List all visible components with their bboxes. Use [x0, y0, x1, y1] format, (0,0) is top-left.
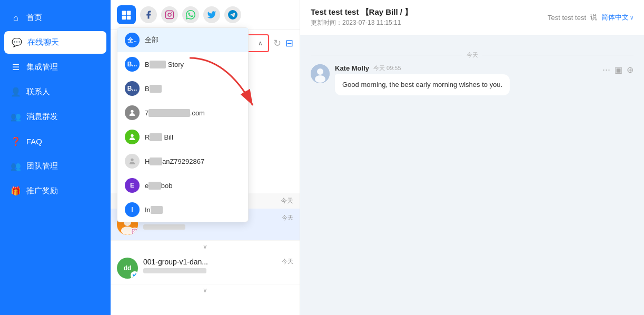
- chat-header-right: Test test test 说 简体中文 ∨: [548, 13, 633, 22]
- message-actions: ··· ▣ ⊕: [602, 64, 633, 75]
- sidebar-item-home[interactable]: ⌂ 首页: [0, 5, 111, 30]
- chat-header-title: Test test test 【Ray Bill / 】: [311, 7, 412, 17]
- contacts-icon: 👤: [11, 87, 21, 97]
- chat-time: 今天: [282, 214, 293, 222]
- dropdown-avatar: B...: [125, 57, 140, 72]
- sidebar-item-label: 消息群发: [26, 112, 58, 122]
- chat-preview: [143, 268, 206, 273]
- svg-rect-1: [127, 11, 131, 15]
- dropdown-item-label: B■■■■ Story: [145, 61, 184, 68]
- chat-expand-1[interactable]: ∨: [111, 241, 300, 252]
- svg-point-5: [168, 13, 171, 16]
- middle-panel: 全部 ∧ ↻ ⊟ 全.. 全部 B... B■■■■ Story B... B■…: [111, 0, 300, 315]
- right-panel: Test test test 【Ray Bill / 】 更新时间：2023-0…: [300, 0, 644, 315]
- svg-point-7: [131, 110, 133, 113]
- sidebar-item-label: 团队管理: [26, 161, 58, 171]
- divider-text: 今天: [467, 51, 478, 59]
- sidebar-item-team[interactable]: 👥 团队管理: [0, 154, 111, 179]
- instagram-badge: [131, 228, 138, 235]
- sidebar: ⌂ 首页 💬 在线聊天 ☰ 集成管理 👤 联系人 👥 消息群发 ❓ FAQ 👥 …: [0, 0, 111, 315]
- dropdown-item-b-story[interactable]: B... B■■■■ Story: [117, 52, 248, 76]
- filter-icon[interactable]: ⊟: [285, 37, 293, 49]
- platform-tab-whatsapp[interactable]: [182, 6, 199, 23]
- integration-icon: ☰: [11, 62, 21, 72]
- platform-tab-instagram[interactable]: [161, 6, 178, 23]
- more-icon[interactable]: ···: [602, 64, 610, 75]
- svg-rect-2: [122, 16, 126, 19]
- refresh-icon[interactable]: ↻: [273, 37, 281, 49]
- platform-tab-telegram[interactable]: [224, 6, 241, 23]
- chevron-down-icon: ∧: [258, 40, 263, 47]
- dropdown-item-email[interactable]: 7■■■■■■■■■■.com: [117, 101, 248, 125]
- language-value: 简体中文: [601, 13, 629, 22]
- dropdown-item-all[interactable]: 全.. 全部: [117, 28, 248, 52]
- twitter-badge: [131, 271, 138, 279]
- chat-header-info: Test test test 【Ray Bill / 】 更新时间：2023-0…: [311, 7, 412, 27]
- dropdown-item-i[interactable]: I In■■■: [117, 198, 248, 222]
- platform-tab-all[interactable]: [117, 5, 136, 24]
- chat-item-group-dan[interactable]: dd 001-group-v1-dan... 今天: [111, 252, 300, 284]
- message-meta: Kate Molly 今天 09:55: [335, 64, 592, 72]
- sidebar-item-contacts[interactable]: 👤 联系人: [0, 80, 111, 104]
- team-icon: 👥: [11, 161, 21, 171]
- avatar: dd: [117, 258, 138, 279]
- sidebar-item-label: 在线聊天: [27, 37, 59, 47]
- chat-header-subtitle: 更新时间：2023-07-13 11:15:11: [311, 18, 412, 27]
- chat-preview: [143, 224, 185, 230]
- sidebar-item-faq[interactable]: ❓ FAQ: [0, 129, 111, 154]
- date-divider: 今天: [311, 51, 633, 59]
- dropdown-item-label: B■■■: [145, 85, 162, 93]
- dropdown-item-ray-bill[interactable]: R■■■ Bill: [117, 125, 248, 149]
- message-bubble-area: Kate Molly 今天 09:55 Good morning, the be…: [335, 64, 592, 95]
- dropdown-avatar: [125, 105, 140, 120]
- channel-dropdown: 全.. 全部 B... B■■■■ Story B... B■■■ 7■■■■■…: [117, 27, 249, 222]
- broadcast-icon: 👥: [11, 112, 21, 122]
- svg-rect-13: [132, 229, 137, 234]
- svg-rect-0: [122, 11, 126, 15]
- chat-header: Test test test 【Ray Bill / 】 更新时间：2023-0…: [300, 0, 644, 35]
- chat-name: 001-group-v1-dan...: [143, 258, 276, 266]
- home-icon: ⌂: [11, 13, 21, 23]
- dropdown-item-label: 全部: [145, 35, 158, 45]
- dropdown-item-label: In■■■: [145, 206, 163, 214]
- dropdown-avatar: 全..: [125, 33, 140, 47]
- platform-tab-facebook[interactable]: [140, 6, 157, 23]
- svg-point-9: [131, 159, 133, 161]
- sidebar-item-label: 联系人: [26, 87, 50, 97]
- chat-time: 今天: [282, 258, 293, 265]
- dropdown-item-e-bob[interactable]: E e■■■bob: [117, 173, 248, 198]
- sidebar-item-label: 集成管理: [26, 62, 58, 72]
- language-select[interactable]: 简体中文 ∨: [601, 13, 633, 22]
- sidebar-item-label: 推广奖励: [26, 186, 58, 196]
- chat-expand-2[interactable]: ∨: [111, 284, 300, 296]
- sidebar-item-rewards[interactable]: 🎁 推广奖励: [0, 179, 111, 203]
- says-label: 说: [590, 13, 597, 22]
- today-label: 今天: [281, 196, 293, 205]
- globe-icon[interactable]: ⊕: [627, 65, 633, 75]
- chat-messages: 今天 Kate Molly 今天 09:55 Good morning, the…: [300, 35, 644, 315]
- dropdown-item-han[interactable]: H■■■anZ79292867: [117, 149, 248, 173]
- svg-point-19: [315, 75, 325, 83]
- chat-info: 001-group-v1-dan...: [143, 258, 276, 273]
- message-time: 今天 09:55: [373, 64, 401, 72]
- platform-tabs: [111, 0, 300, 30]
- sidebar-item-broadcast[interactable]: 👥 消息群发: [0, 104, 111, 129]
- message-bubble: Good morning, the best early morning wis…: [335, 74, 510, 95]
- sidebar-item-integration[interactable]: ☰ 集成管理: [0, 55, 111, 80]
- chat-user-name: Test test test: [548, 14, 586, 22]
- chat-meta: 今天: [282, 214, 293, 222]
- dropdown-item-label: e■■■bob: [145, 182, 173, 190]
- dropdown-item-b-page[interactable]: B... B■■■: [117, 76, 248, 101]
- message-row: Kate Molly 今天 09:55 Good morning, the be…: [311, 64, 633, 95]
- dropdown-avatar: B...: [125, 81, 140, 96]
- sidebar-item-live-chat[interactable]: 💬 在线聊天: [4, 31, 106, 54]
- svg-point-18: [317, 68, 323, 75]
- svg-point-15: [136, 230, 136, 231]
- note-icon[interactable]: ▣: [615, 65, 622, 75]
- svg-point-14: [134, 231, 136, 233]
- dropdown-avatar: I: [125, 202, 140, 217]
- dropdown-avatar: E: [125, 178, 140, 193]
- platform-tab-twitter[interactable]: [203, 6, 220, 23]
- dropdown-avatar: [125, 154, 140, 169]
- dropdown-item-label: 7■■■■■■■■■■.com: [145, 109, 205, 117]
